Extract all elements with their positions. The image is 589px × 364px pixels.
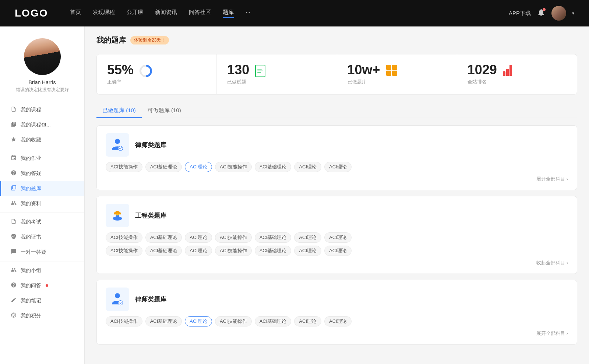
bank-tag[interactable]: ACI基础理论 xyxy=(145,162,182,172)
bank-card-engineering: 工程类题库 ACI技能操作 ACI基础理论 ACI理论 ACI技能操作 ACI基… xyxy=(96,196,577,274)
stat-text: 1029 全站排名 xyxy=(468,63,497,85)
sidebar-item-course-pkg[interactable]: 我的课程包... xyxy=(0,117,84,132)
expand-link-lawyer-1[interactable]: 展开全部科目 › xyxy=(536,176,568,182)
bank-title-engineering: 工程类题库 xyxy=(135,211,166,220)
bank-tag-active[interactable]: ACI理论 xyxy=(185,316,212,326)
nav-bank[interactable]: 题库 xyxy=(223,9,234,18)
bank-tag[interactable]: ACI理论 xyxy=(185,246,212,256)
sidebar-label: 我的收藏 xyxy=(21,137,41,143)
stat-text: 55% 正确率 xyxy=(107,63,134,85)
profile-icon xyxy=(10,200,17,207)
avatar-chevron-icon[interactable]: ▾ xyxy=(572,11,574,16)
nav-links: 首页 发现课程 公开课 新闻资讯 问答社区 题库 ··· xyxy=(70,9,494,18)
bank-tag[interactable]: ACI理论 xyxy=(185,232,212,243)
bank-tag[interactable]: ACI理论 xyxy=(294,316,321,326)
nav-opencourse[interactable]: 公开课 xyxy=(127,9,143,18)
collapse-link-engineering[interactable]: 收起全部科目 › xyxy=(536,260,568,266)
bank-tag[interactable]: ACI技能操作 xyxy=(215,316,252,326)
sidebar-item-points[interactable]: 我的积分 xyxy=(0,308,84,323)
bank-tag[interactable]: ACI理论 xyxy=(294,162,321,172)
bank-icon-lawyer-2 xyxy=(106,288,129,311)
divider xyxy=(0,149,84,149)
svg-point-6 xyxy=(115,293,120,299)
bank-tag[interactable]: ACI基础理论 xyxy=(145,316,182,326)
bank-footer: 展开全部科目 › xyxy=(106,176,568,182)
avatar[interactable] xyxy=(551,6,566,21)
nav-home[interactable]: 首页 xyxy=(70,9,81,18)
sidebar-item-favorites[interactable]: 我的收藏 xyxy=(0,132,84,147)
sidebar-label: 我的课程 xyxy=(21,107,41,113)
bank-tag[interactable]: ACI基础理论 xyxy=(145,232,182,243)
bank-card-header: 工程类题库 xyxy=(106,204,568,227)
page-header: 我的题库 体验剩余23天！ xyxy=(96,35,577,45)
favorites-icon xyxy=(10,136,17,143)
sidebar-item-qa[interactable]: 我的答疑 xyxy=(0,166,84,181)
bank-card-header: 律师类题库 xyxy=(106,133,568,157)
sidebar: Brian Harris 错误的决定比没有决定要好 我的课程 我的课程包... xyxy=(0,26,85,364)
sidebar-item-notes[interactable]: 我的笔记 xyxy=(0,293,84,308)
svg-point-0 xyxy=(115,139,120,144)
sidebar-item-exam[interactable]: 我的考试 xyxy=(0,214,84,229)
svg-point-1 xyxy=(118,146,123,150)
bank-tag[interactable]: ACI基础理论 xyxy=(255,232,292,243)
tab-done-banks[interactable]: 已做题库 (10) xyxy=(96,103,142,118)
bank-tag[interactable]: ACI技能操作 xyxy=(106,316,142,326)
bank-icon-engineering xyxy=(106,204,129,227)
sidebar-item-bank[interactable]: 我的题库 xyxy=(0,181,84,196)
bank-tag[interactable]: ACI基础理论 xyxy=(255,246,292,256)
notification-bell[interactable] xyxy=(537,8,546,18)
bank-tag[interactable]: ACI理论 xyxy=(324,232,352,243)
stat-value-accuracy: 55% xyxy=(107,63,134,76)
bank-title-lawyer-1: 律师类题库 xyxy=(135,141,166,149)
bank-tag[interactable]: ACI理论 xyxy=(294,246,321,256)
bank-tag[interactable]: ACI理论 xyxy=(324,316,352,326)
nav-news[interactable]: 新闻资讯 xyxy=(155,9,177,18)
exam-icon xyxy=(10,218,17,225)
sidebar-item-homework[interactable]: 我的作业 xyxy=(0,151,84,166)
stat-rank: 1029 全站排名 xyxy=(457,54,577,94)
nav-discover[interactable]: 发现课程 xyxy=(93,9,115,18)
bank-tag[interactable]: ACI技能操作 xyxy=(106,232,142,243)
bank-tag[interactable]: ACI技能操作 xyxy=(215,232,252,243)
bank-tag[interactable]: ACI理论 xyxy=(324,162,352,172)
profile-name: Brian Harris xyxy=(29,79,56,85)
bank-tag[interactable]: ACI基础理论 xyxy=(145,246,182,256)
sidebar-label: 一对一答疑 xyxy=(21,249,46,256)
sidebar-item-course[interactable]: 我的课程 xyxy=(0,102,84,117)
nav-more[interactable]: ··· xyxy=(246,9,250,18)
nav-qa[interactable]: 问答社区 xyxy=(189,9,211,18)
sidebar-item-profile[interactable]: 我的资料 xyxy=(0,196,84,211)
bank-tags-row2: ACI技能操作 ACI基础理论 ACI理论 ACI技能操作 ACI基础理论 AC… xyxy=(106,246,568,256)
bank-tag-active[interactable]: ACI理论 xyxy=(185,162,212,172)
unread-dot xyxy=(46,284,48,287)
svg-point-7 xyxy=(118,300,123,305)
sidebar-item-1on1[interactable]: 一对一答疑 xyxy=(0,245,84,260)
tab-available-banks[interactable]: 可做题库 (10) xyxy=(142,103,187,118)
sidebar-item-cert[interactable]: 我的证书 xyxy=(0,229,84,245)
app-download-button[interactable]: APP下载 xyxy=(509,10,531,17)
myqa-icon xyxy=(10,282,17,289)
expand-link-lawyer-2[interactable]: 展开全部科目 › xyxy=(536,330,568,337)
bank-icon xyxy=(10,185,17,192)
bank-tag[interactable]: ACI理论 xyxy=(324,246,352,256)
bank-tag[interactable]: ACI技能操作 xyxy=(106,246,142,256)
main-content: 我的题库 体验剩余23天！ 55% 正确率 130 已做试题 xyxy=(85,26,589,364)
bank-tag[interactable]: ACI技能操作 xyxy=(215,246,252,256)
sidebar-item-group[interactable]: 我的小组 xyxy=(0,263,84,278)
group-icon xyxy=(10,267,17,274)
bank-tag[interactable]: ACI基础理论 xyxy=(255,316,292,326)
sidebar-item-myqa[interactable]: 我的问答 xyxy=(0,278,84,293)
bank-tag[interactable]: ACI基础理论 xyxy=(255,162,292,172)
done-questions-icon xyxy=(255,65,268,78)
bank-footer: 展开全部科目 › xyxy=(106,330,568,337)
page-title: 我的题库 xyxy=(96,35,126,45)
stat-done-banks: 10w+ 已做题库 xyxy=(337,54,457,94)
bank-tag[interactable]: ACI技能操作 xyxy=(106,162,142,172)
stat-label-done: 已做试题 xyxy=(227,79,249,85)
notification-dot xyxy=(543,8,546,11)
qa-icon xyxy=(10,170,17,177)
bank-footer: 收起全部科目 › xyxy=(106,260,568,266)
bank-tags-lawyer-2: ACI技能操作 ACI基础理论 ACI理论 ACI技能操作 ACI基础理论 AC… xyxy=(106,316,568,326)
bank-tag[interactable]: ACI理论 xyxy=(294,232,321,243)
bank-tag[interactable]: ACI技能操作 xyxy=(215,162,252,172)
